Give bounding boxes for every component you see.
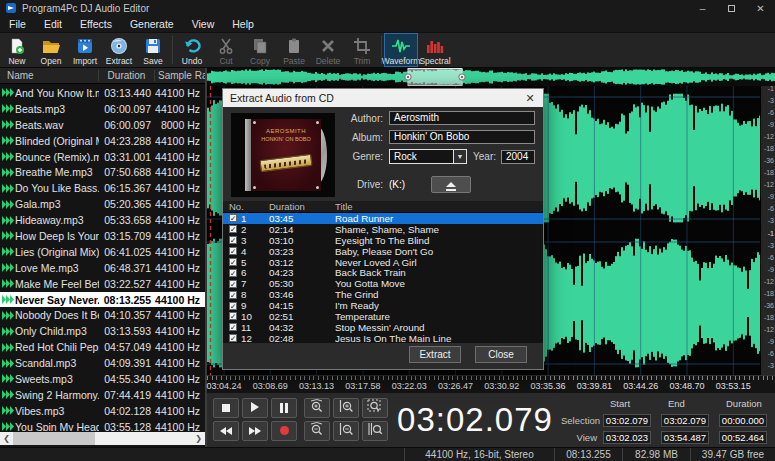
track-checkbox[interactable]: ✓	[229, 269, 237, 277]
minimize-button[interactable]: –	[688, 0, 717, 16]
view-end-field[interactable]: 03:54.487	[661, 431, 709, 444]
track-row[interactable]: ✓103:45Road Runner	[223, 213, 543, 224]
selection-start-field[interactable]: 03:02.079	[603, 414, 651, 427]
extract-button[interactable]: Extract	[102, 33, 136, 67]
genre-dropdown[interactable]: Rock ▼	[389, 149, 467, 164]
menu-view[interactable]: View	[183, 16, 224, 33]
track-checkbox[interactable]: ✓	[229, 302, 237, 310]
menu-edit[interactable]: Edit	[35, 16, 71, 33]
cut-button[interactable]: Cut	[209, 33, 243, 67]
trim-button[interactable]: Trim	[345, 33, 379, 67]
track-row[interactable]: ✓705:30You Gotta Move	[223, 278, 543, 289]
column-header-sample-rate[interactable]: Sample Rate	[155, 70, 205, 81]
dialog-close-button[interactable]: ✕	[517, 92, 543, 105]
track-checkbox[interactable]: ✓	[229, 323, 237, 331]
track-row[interactable]: ✓904:15I'm Ready	[223, 300, 543, 311]
file-row[interactable]: Hideaway.mp305:33.65844100 Hz	[0, 212, 205, 228]
album-field[interactable]: Honkin' On Bobo	[389, 130, 535, 144]
fast-forward-button[interactable]	[242, 421, 268, 441]
scroll-right-arrow[interactable]: ❯	[192, 434, 205, 443]
column-header-track-duration[interactable]: Duration	[269, 201, 315, 212]
import-button[interactable]: Import	[68, 33, 102, 67]
track-row[interactable]: ✓803:46The Grind	[223, 289, 543, 300]
close-button[interactable]: ✕	[746, 0, 775, 16]
column-header-duration[interactable]: Duration	[99, 70, 155, 81]
track-checkbox[interactable]: ✓	[229, 214, 237, 222]
view-start-field[interactable]: 03:02.023	[603, 431, 651, 444]
zoom-out-horizontal-button[interactable]	[304, 421, 330, 441]
file-row[interactable]: Swing 2 Harmony.mp307:44.41944100 Hz	[0, 387, 205, 403]
file-row[interactable]: Love Me.mp306:48.37144100 Hz	[0, 260, 205, 276]
selection-end-field[interactable]: 03:02.079	[661, 414, 709, 427]
save-button[interactable]: Save	[136, 33, 170, 67]
scrollbar-thumb[interactable]	[13, 432, 95, 445]
track-row[interactable]: ✓1104:32Stop Messin' Around	[223, 322, 543, 333]
file-row[interactable]: Bounce (Remix).mp303:31.00144100 Hz	[0, 149, 205, 165]
author-field[interactable]: Aerosmith	[389, 111, 535, 125]
track-row[interactable]: ✓1202:48Jesus Is On The Main Line	[223, 333, 543, 344]
copy-button[interactable]: Copy	[243, 33, 277, 67]
track-checkbox[interactable]: ✓	[229, 247, 237, 255]
file-row[interactable]: Lies (Original Mix).mp306:41.02544100 Hz	[0, 244, 205, 260]
menu-effects[interactable]: Effects	[71, 16, 121, 33]
file-row[interactable]: How Deep Is Your Love.mp303:15.70944100 …	[0, 228, 205, 244]
paste-button[interactable]: Paste	[277, 33, 311, 67]
file-row[interactable]: Never Say Never.mp308:13.25544100 Hz	[0, 292, 205, 308]
track-checkbox[interactable]: ✓	[229, 258, 237, 266]
open-button[interactable]: Open	[34, 33, 68, 67]
file-row[interactable]: Blinded (Original Mix).mp304:23.28844100…	[0, 133, 205, 149]
file-row[interactable]: Nobody Does It Better.mp304:10.35744100 …	[0, 307, 205, 323]
zoom-in-horizontal-button[interactable]	[304, 398, 330, 418]
track-checkbox[interactable]: ✓	[229, 312, 237, 320]
file-row[interactable]: Breathe Me.mp307:50.68844100 Hz	[0, 164, 205, 180]
file-row[interactable]: Vibes.mp304:02.12844100 Hz	[0, 403, 205, 419]
file-list-horizontal-scrollbar[interactable]: ❮ ❯	[0, 432, 205, 445]
file-row[interactable]: Beats.wav06:00.0978000 Hz	[0, 117, 205, 133]
extract-confirm-button[interactable]: Extract	[409, 346, 461, 363]
track-row[interactable]: ✓1002:51Temperature	[223, 311, 543, 322]
file-row[interactable]: And You Know It.mp303:13.44044100 Hz	[0, 85, 205, 101]
file-row[interactable]: Scandal.mp304:09.39144100 Hz	[0, 355, 205, 371]
file-row[interactable]: Red Hot Chili Peppers.mp304:57.04944100 …	[0, 339, 205, 355]
column-header-title[interactable]: Title	[315, 201, 543, 212]
eject-button[interactable]	[431, 176, 471, 193]
track-checkbox[interactable]: ✓	[229, 280, 237, 288]
year-field[interactable]: 2004	[501, 150, 535, 164]
track-row[interactable]: ✓503:12Never Loved A Girl	[223, 257, 543, 268]
zoom-in-vertical-button[interactable]	[333, 398, 359, 418]
file-row[interactable]: Sweets.mp304:55.34044100 Hz	[0, 371, 205, 387]
track-checkbox[interactable]: ✓	[229, 225, 237, 233]
spectral-view-button[interactable]: Spectral	[418, 33, 452, 67]
menu-file[interactable]: File	[0, 16, 35, 33]
menu-generate[interactable]: Generate	[121, 16, 183, 33]
file-row[interactable]: You Spin My Head Right Round...03:55.128…	[0, 419, 205, 431]
track-row[interactable]: ✓403:23Baby, Please Don't Go	[223, 246, 543, 257]
view-duration-field[interactable]: 00:52.464	[719, 431, 767, 444]
undo-button[interactable]: Undo	[175, 33, 209, 67]
file-row[interactable]: Do You Like Bass.mp306:15.36744100 Hz	[0, 180, 205, 196]
delete-button[interactable]: Delete	[311, 33, 345, 67]
scroll-left-arrow[interactable]: ❮	[0, 434, 13, 443]
track-checkbox[interactable]: ✓	[229, 291, 237, 299]
zoom-out-vertical-button[interactable]	[333, 421, 359, 441]
track-checkbox[interactable]: ✓	[229, 334, 237, 342]
waveform-view-button[interactable]: Waveform	[384, 33, 418, 67]
timeline-ruler[interactable]: 03:04.2403:08.6903:13.1303:17.5803:22.03…	[207, 375, 775, 393]
waveform-overview-strip[interactable]	[207, 68, 775, 86]
stop-button[interactable]	[213, 398, 239, 418]
rewind-button[interactable]	[213, 421, 239, 441]
chevron-down-icon[interactable]: ▼	[453, 150, 466, 163]
record-button[interactable]	[271, 421, 297, 441]
column-header-name[interactable]: Name	[0, 70, 99, 81]
play-button[interactable]	[242, 398, 268, 418]
dialog-close-action-button[interactable]: Close	[475, 346, 527, 363]
maximize-button[interactable]	[717, 0, 746, 16]
pause-button[interactable]	[271, 398, 297, 418]
file-row[interactable]: Only Child.mp303:13.59344100 Hz	[0, 323, 205, 339]
menu-help[interactable]: Help	[223, 16, 263, 33]
new-button[interactable]: New	[0, 33, 34, 67]
selection-duration-field[interactable]: 00:00.000	[719, 414, 767, 427]
track-row[interactable]: ✓202:14Shame, Shame, Shame	[223, 224, 543, 235]
file-row[interactable]: Make Me Feel Better.mp303:22.52744100 Hz	[0, 276, 205, 292]
track-checkbox[interactable]: ✓	[229, 236, 237, 244]
